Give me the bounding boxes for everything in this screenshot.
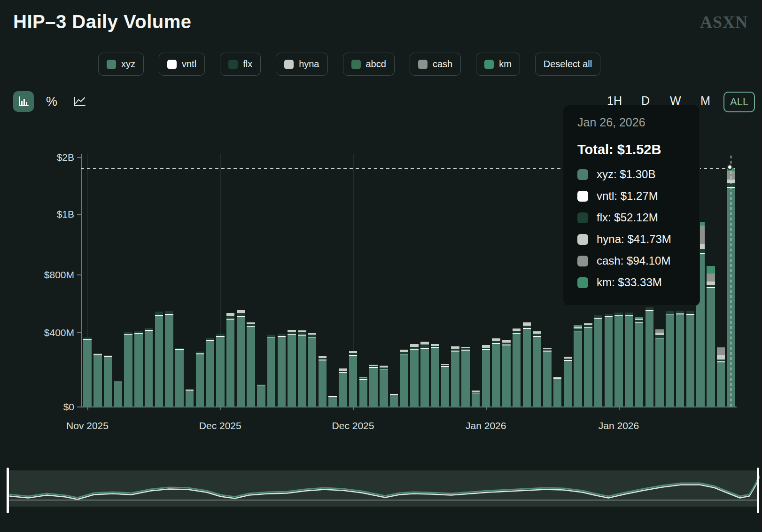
bar-segment-xyz <box>482 350 490 407</box>
bar-day-62[interactable] <box>717 0 725 407</box>
bar-day-27[interactable] <box>359 0 368 407</box>
time-range-all-button[interactable]: ALL <box>723 92 755 112</box>
bar-day-40[interactable] <box>492 0 500 407</box>
bar-segment-flx <box>513 331 521 333</box>
bar-day-45[interactable] <box>543 0 552 407</box>
bar-day-38[interactable] <box>472 0 480 407</box>
bar-day-46[interactable] <box>553 0 562 407</box>
bar-day-2[interactable] <box>104 0 112 407</box>
bar-segment-flx <box>175 348 184 349</box>
bar-segment-xyz <box>584 328 592 407</box>
bar-segment-flx <box>523 326 531 328</box>
bar-day-7[interactable] <box>155 0 163 407</box>
bar-segment-flx <box>155 312 163 315</box>
tooltip-series-list: xyz: $1.30Bvntl: $1.27Mflx: $52.12Mhyna:… <box>577 164 695 293</box>
bar-segment-vntl <box>655 338 664 339</box>
bar-segment-hyna <box>319 356 327 358</box>
bar-day-10[interactable] <box>186 0 194 407</box>
tooltip-row-vntl: vntl: $1.27M <box>577 185 695 207</box>
bar-day-32[interactable] <box>410 0 419 407</box>
bar-day-35[interactable] <box>441 0 450 407</box>
bar-segment-vntl <box>93 354 102 355</box>
bar-day-14[interactable] <box>226 0 235 407</box>
bar-chart-icon <box>17 95 30 108</box>
navigator-selected-range[interactable] <box>9 470 757 507</box>
bar-segment-vntl <box>553 378 562 379</box>
bar-day-61[interactable] <box>707 0 715 407</box>
bar-day-28[interactable] <box>369 0 378 407</box>
bar-segment-vntl <box>328 396 337 397</box>
bar-day-44[interactable] <box>533 0 541 407</box>
bar-segment-vntl <box>216 336 225 337</box>
tooltip-swatch-flx <box>577 212 588 223</box>
bar-segment-hyna <box>523 322 531 325</box>
bar-day-25[interactable] <box>339 0 347 407</box>
bar-day-33[interactable] <box>420 0 429 407</box>
navigator-baseline <box>9 500 757 501</box>
bar-day-1[interactable] <box>93 0 102 407</box>
bar-day-24[interactable] <box>328 0 337 407</box>
bar-day-19[interactable] <box>278 0 286 407</box>
bar-day-20[interactable] <box>288 0 296 407</box>
bar-segment-hyna <box>564 357 572 359</box>
bar-segment-xyz <box>666 314 674 407</box>
bar-day-43[interactable] <box>523 0 531 407</box>
bar-day-31[interactable] <box>400 0 409 407</box>
bar-day-37[interactable] <box>461 0 470 407</box>
bar-segment-vntl <box>451 351 459 352</box>
bar-day-36[interactable] <box>451 0 459 407</box>
bar-day-21[interactable] <box>298 0 306 407</box>
bar-segment-flx <box>676 311 684 313</box>
bar-day-26[interactable] <box>349 0 358 407</box>
bar-segment-hyna <box>298 330 306 332</box>
bar-day-29[interactable] <box>380 0 388 407</box>
y-axis-tick <box>77 274 81 275</box>
navigator-left-handle[interactable] <box>7 468 9 513</box>
y-axis-tick <box>77 157 81 158</box>
bar-day-18[interactable] <box>267 0 276 407</box>
bar-day-13[interactable] <box>216 0 225 407</box>
bar-day-6[interactable] <box>145 0 153 407</box>
bar-day-41[interactable] <box>502 0 511 407</box>
bar-segment-vntl <box>257 384 265 385</box>
bar-day-39[interactable] <box>482 0 490 407</box>
bar-day-4[interactable] <box>124 0 132 407</box>
bar-day-3[interactable] <box>114 0 123 407</box>
bar-segment-flx <box>574 329 582 330</box>
bar-day-12[interactable] <box>206 0 214 407</box>
tooltip-row-km: km: $33.33M <box>577 272 695 293</box>
bar-day-22[interactable] <box>308 0 317 407</box>
bar-day-11[interactable] <box>196 0 204 407</box>
time-range-m-button[interactable]: M <box>700 94 710 108</box>
bar-day-34[interactable] <box>431 0 439 407</box>
navigator-right-handle[interactable] <box>757 468 759 513</box>
bar-segment-vntl <box>502 344 511 345</box>
bar-segment-flx <box>247 324 255 326</box>
bar-day-23[interactable] <box>319 0 327 407</box>
y-axis-label: $800M <box>18 269 74 281</box>
tooltip-row-hyna: hyna: $41.73M <box>577 228 695 250</box>
bar-day-8[interactable] <box>165 0 173 407</box>
bar-segment-vntl <box>380 369 388 370</box>
bar-segment-flx <box>431 346 439 348</box>
bar-day-17[interactable] <box>257 0 265 407</box>
bar-segment-xyz <box>717 362 725 407</box>
percent-toggle-button[interactable]: % <box>41 91 62 112</box>
bar-day-9[interactable] <box>175 0 184 407</box>
bar-segment-vntl <box>237 316 245 317</box>
bar-segment-flx <box>267 335 276 337</box>
bar-segment-xyz <box>196 354 204 407</box>
bar-day-15[interactable] <box>237 0 245 407</box>
bar-chart-toggle-button[interactable] <box>13 91 34 112</box>
bar-day-16[interactable] <box>247 0 255 407</box>
bar-segment-xyz <box>257 385 265 407</box>
bar-segment-xyz <box>564 361 572 407</box>
bar-day-30[interactable] <box>390 0 398 407</box>
bar-day-5[interactable] <box>134 0 143 407</box>
bar-segment-km <box>574 325 582 327</box>
bar-segment-vntl <box>175 349 184 350</box>
bar-segment-flx <box>380 368 388 368</box>
bar-day-0[interactable] <box>83 0 92 407</box>
bar-day-42[interactable] <box>513 0 521 407</box>
bar-segment-hyna <box>482 345 490 348</box>
